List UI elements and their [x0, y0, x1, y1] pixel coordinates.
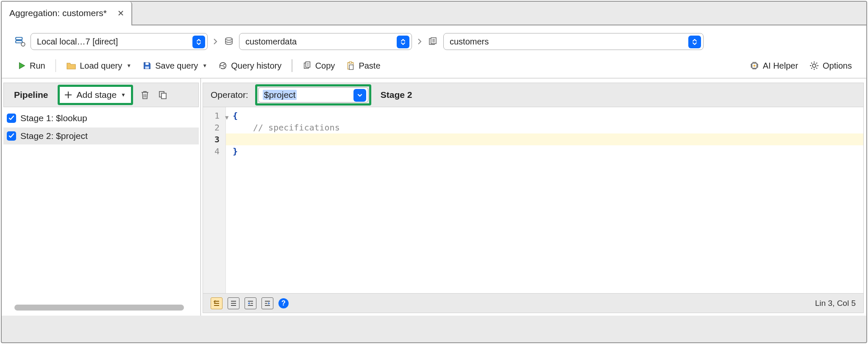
save-icon: [142, 61, 152, 70]
svg-point-2: [21, 42, 25, 46]
stage-list: Stage 1: $lookup Stage 2: $project: [2, 107, 200, 147]
operator-select-highlight: $project: [255, 84, 371, 105]
query-history-label: Query history: [231, 61, 281, 71]
run-button[interactable]: Run: [13, 58, 50, 73]
cursor-position: Lin 3, Col 5: [815, 299, 856, 308]
code-text[interactable]: { // specifications }: [226, 107, 863, 293]
svg-rect-21: [350, 65, 353, 69]
chevron-down-icon: ▼: [121, 92, 126, 98]
chevron-down-icon: ▼: [126, 63, 131, 69]
svg-point-23: [753, 65, 755, 67]
chevron-updown-icon: [397, 36, 409, 48]
tab-aggregation[interactable]: Aggregation: customers*: [2, 2, 132, 25]
connection-select[interactable]: Local local…7 [direct]: [31, 33, 208, 50]
horizontal-scrollbar[interactable]: [14, 305, 184, 311]
line-gutter: ▼ 1 2 3 4: [203, 107, 226, 293]
chevron-updown-icon: [688, 36, 701, 48]
collection-icon: [427, 36, 439, 47]
pipeline-sidebar: Pipeline Add stage ▼: [2, 78, 201, 316]
play-icon: [17, 61, 26, 70]
svg-rect-10: [145, 67, 149, 69]
duplicate-stage-button[interactable]: [157, 89, 169, 101]
operator-value: $project: [263, 90, 297, 100]
svg-point-24: [812, 64, 816, 67]
indent-right-button[interactable]: [245, 297, 256, 309]
stage-row[interactable]: Stage 1: $lookup: [3, 110, 199, 127]
separator: [292, 59, 292, 72]
ai-helper-button[interactable]: AI Helper: [745, 58, 802, 73]
svg-rect-26: [161, 93, 166, 99]
copy-label: Copy: [315, 61, 335, 71]
plus-icon: [64, 91, 72, 99]
svg-rect-20: [350, 62, 352, 64]
database-icon: [223, 36, 235, 47]
copy-icon: [303, 61, 312, 70]
paste-label: Paste: [359, 61, 380, 71]
stage-name: Stage 2: [381, 90, 412, 100]
svg-point-11: [223, 65, 224, 67]
query-history-button[interactable]: Query history: [214, 58, 286, 73]
close-icon[interactable]: [116, 10, 125, 17]
workspace: Local local…7 [direct] customerdata: [2, 25, 866, 316]
copy-button[interactable]: Copy: [298, 58, 339, 73]
operator-label: Operator:: [211, 90, 248, 100]
duplicate-icon: [158, 90, 167, 100]
save-query-button[interactable]: Save query ▼: [138, 58, 211, 73]
svg-rect-0: [16, 37, 22, 39]
chevron-right-icon: [416, 38, 423, 45]
gear-icon: [809, 61, 819, 71]
editor-header: Operator: $project Stage 2: [203, 83, 864, 107]
indent-left-button[interactable]: [262, 297, 273, 309]
run-label: Run: [30, 61, 45, 71]
chevron-down-icon: ▼: [202, 63, 207, 69]
format-button[interactable]: [211, 297, 223, 309]
tab-bar: Aggregation: customers*: [2, 2, 866, 25]
load-query-button[interactable]: Load query ▼: [62, 58, 136, 73]
svg-rect-9: [146, 63, 149, 65]
editor-statusbar: ? Lin 3, Col 5: [203, 294, 864, 313]
paste-icon: [346, 61, 355, 70]
collection-select[interactable]: customers: [443, 33, 704, 50]
split-panes: Pipeline Add stage ▼: [2, 78, 866, 316]
load-query-label: Load query: [80, 61, 122, 71]
checkbox-icon[interactable]: [7, 114, 16, 123]
database-value: customerdata: [245, 37, 297, 47]
chip-icon: [749, 61, 760, 71]
tab-title: Aggregation: customers*: [9, 8, 107, 18]
database-select[interactable]: customerdata: [239, 33, 412, 50]
svg-point-3: [225, 38, 232, 40]
folder-icon: [66, 61, 76, 70]
connection-bar: Local local…7 [direct] customerdata: [2, 25, 866, 54]
add-stage-label: Add stage: [77, 90, 117, 100]
ai-helper-label: AI Helper: [763, 61, 798, 71]
help-button[interactable]: ?: [278, 298, 289, 308]
code-editor[interactable]: ▼ 1 2 3 4 { // specifications }: [203, 107, 864, 294]
app-window: Aggregation: customers* Local local…7 [d…: [1, 1, 867, 343]
operator-select[interactable]: $project: [258, 87, 368, 103]
svg-rect-1: [16, 41, 22, 43]
checkbox-icon[interactable]: [7, 131, 16, 141]
paste-button[interactable]: Paste: [342, 58, 384, 73]
add-stage-button[interactable]: Add stage ▼: [58, 85, 133, 105]
stage-label: Stage 2: $project: [20, 131, 88, 141]
svg-point-13: [224, 66, 225, 67]
options-label: Options: [823, 61, 852, 71]
stage-label: Stage 1: $lookup: [20, 113, 87, 123]
collection-value: customers: [450, 37, 489, 47]
stage-editor: Operator: $project Stage 2 ▼: [201, 78, 866, 316]
chevron-updown-icon: [192, 36, 205, 48]
save-query-label: Save query: [155, 61, 198, 71]
stage-row[interactable]: Stage 2: $project: [3, 128, 199, 144]
delete-stage-button[interactable]: [139, 89, 151, 101]
toolbar: Run Load query ▼ Save query ▼ Query hist…: [2, 54, 866, 78]
trash-icon: [140, 90, 150, 100]
options-button[interactable]: Options: [805, 58, 856, 73]
sidebar-scroll-area: [2, 302, 200, 316]
chevron-right-icon: [212, 38, 219, 45]
pipeline-header: Pipeline Add stage ▼: [3, 83, 199, 107]
connection-value: Local local…7 [direct]: [37, 37, 118, 47]
server-icon: [14, 36, 26, 47]
history-icon: [218, 61, 228, 70]
view-mode-button[interactable]: [228, 297, 239, 309]
chevron-down-icon: [353, 89, 366, 102]
